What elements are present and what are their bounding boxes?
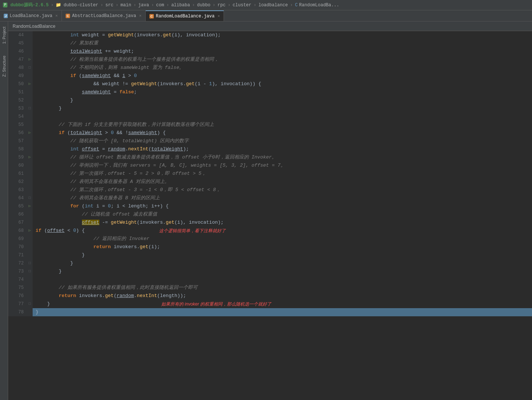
gutter-73: □: [27, 267, 33, 276]
breadcrumb-dubbo[interactable]: dubbo: [197, 3, 211, 8]
line-num-78: 78: [8, 308, 27, 316]
line-code-72: }: [33, 259, 532, 267]
code-container[interactable]: 44 int weight = getWeight(invokers.get(i…: [8, 31, 532, 400]
line-code-53: }: [33, 104, 532, 113]
line-num-62: 62: [8, 178, 27, 186]
line-code-63: // 第二次循环，offset - 3 = -1 < 0，即 5 < offse…: [33, 186, 532, 194]
line-row: 70 return invokers.get(i);: [8, 243, 532, 251]
line-row: 69 // 返回相应的 Invoker: [8, 235, 532, 243]
project-icon: P: [3, 3, 7, 7]
breadcrumb-src[interactable]: src: [105, 3, 113, 8]
line-code-65: for (int i = 0; i < length; i++) {: [33, 202, 532, 210]
line-num-68: 68: [8, 227, 27, 235]
tab-load-balance[interactable]: J LoadBalance.java ×: [0, 10, 62, 21]
breadcrumb-project[interactable]: dubbo源码-2.6.5: [10, 2, 49, 8]
gutter-62: [27, 178, 33, 186]
close-tab-random[interactable]: ×: [218, 14, 220, 19]
line-num-75: 75: [8, 284, 27, 292]
gutter-67: [27, 219, 33, 227]
line-num-46: 46: [8, 47, 27, 56]
line-code-58: int offset = random.nextInt(totalWeight)…: [33, 145, 532, 153]
gutter-53: □: [27, 104, 33, 113]
gutter-65[interactable]: ▷: [27, 202, 33, 210]
breadcrumb-java[interactable]: java: [138, 3, 149, 8]
file-header-text: RandomLoadBalance: [13, 24, 55, 29]
line-row: 49 if (sameWeight && i > 0: [8, 72, 532, 80]
line-row: 60 // 举例说明一下，我们有 servers = [A, B, C], we…: [8, 161, 532, 170]
line-num-64: 64: [8, 194, 27, 202]
line-code-67: offset -= getWeight(invokers.get(i), inv…: [33, 219, 532, 227]
annotation-line77: 如果所有的 invoker 的权重相同，那么随机选一个就好了: [161, 300, 271, 308]
gutter-51: [27, 88, 33, 96]
line-row: 76 return invokers.get(random.nextInt(le…: [8, 292, 532, 300]
line-num-47: 47: [8, 56, 27, 64]
breadcrumb-rpc[interactable]: rpc: [218, 3, 226, 8]
line-num-53: 53: [8, 104, 27, 113]
side-project-label[interactable]: 1: Project: [1, 24, 7, 46]
line-row: 68 ▷ if (offset < 0) { 这个逻辑很简单，看下注释就好了: [8, 227, 532, 235]
line-row: 50 ▷ && weight != getWeight(invokers.get…: [8, 80, 532, 88]
line-code-56: if (totalWeight > 0 && !sameWeight) {: [33, 129, 532, 137]
folder-icon-1: 📁: [56, 2, 61, 8]
line-num-55: 55: [8, 121, 27, 129]
line-num-51: 51: [8, 88, 27, 96]
line-num-61: 61: [8, 170, 27, 178]
line-row: 73 □ }: [8, 267, 532, 276]
line-row: 77 □ } 如果所有的 invoker 的权重相同，那么随机选一个就好了: [8, 300, 532, 308]
close-tab-abstract[interactable]: ×: [139, 14, 142, 18]
line-code-47: // 检测当前服务提供者的权重与上一个服务提供者的权重是否相同，: [33, 56, 532, 64]
gutter-58: [27, 145, 33, 153]
line-row: 72 □ }: [8, 259, 532, 267]
line-row: 63 // 第二次循环，offset - 3 = -1 < 0，即 5 < of…: [8, 186, 532, 194]
line-num-66: 66: [8, 210, 27, 219]
line-row: 62 // 表明其不会落在服务器 A 对应的区间上。: [8, 178, 532, 186]
gutter-61: [27, 170, 33, 178]
close-tab-load-balance[interactable]: ×: [55, 14, 58, 18]
breadcrumb-cluster[interactable]: cluster: [233, 3, 251, 8]
line-row: 64 □ // 表明其会落在服务器 B 对应的区间上: [8, 194, 532, 202]
breadcrumb-cluster[interactable]: dubbo-cluster: [63, 3, 98, 8]
breadcrumb-com[interactable]: com: [156, 3, 164, 8]
breadcrumb-loadbalance[interactable]: loadbalance: [258, 3, 288, 8]
breadcrumb-alibaba[interactable]: alibaba: [171, 3, 190, 8]
line-num-54: 54: [8, 113, 27, 121]
line-num-76: 76: [8, 292, 27, 300]
gutter-56[interactable]: ▷: [27, 129, 33, 137]
line-code-64: // 表明其会落在服务器 B 对应的区间上: [33, 194, 532, 202]
tab-abstract-load-balance[interactable]: C AbstractLoadBalance.java ×: [62, 10, 146, 21]
breadcrumb-main[interactable]: main: [120, 3, 131, 8]
gutter-59[interactable]: ▷: [27, 153, 33, 161]
line-code-51: sameWeight = false;: [33, 88, 532, 96]
gutter-46: [27, 47, 33, 56]
line-code-61: // 第一次循环，offset - 5 = 2 > 0，即 offset > 5…: [33, 170, 532, 178]
line-row: 58 int offset = random.nextInt(totalWeig…: [8, 145, 532, 153]
gutter-68[interactable]: ▷: [27, 227, 33, 235]
line-num-52: 52: [8, 96, 27, 104]
line-code-75: // 如果所有服务提供者权重值相同，此时直接随机返回一个即可: [33, 284, 532, 292]
line-row: 67 offset -= getWeight(invokers.get(i), …: [8, 219, 532, 227]
line-code-78: }: [33, 308, 532, 316]
tab-random-load-balance[interactable]: C RandomLoadBalance.java ×: [146, 10, 224, 21]
gutter-64: □: [27, 194, 33, 202]
line-code-70: return invokers.get(i);: [33, 243, 532, 251]
line-num-56: 56: [8, 129, 27, 137]
gutter-50[interactable]: ▷: [27, 80, 33, 88]
gutter-60: [27, 161, 33, 170]
tab-label-abstract: AbstractLoadBalance.java: [72, 13, 136, 19]
line-num-59: 59: [8, 153, 27, 161]
line-num-74: 74: [8, 276, 27, 284]
tab-label-random: RandomLoadBalance.java: [156, 14, 214, 19]
line-num-48: 48: [8, 64, 27, 72]
line-code-54: [33, 113, 532, 121]
side-structure-label[interactable]: Z: Structure: [1, 53, 7, 79]
gutter-47[interactable]: ▷: [27, 56, 33, 64]
line-code-48: // 不相同的话，则将 sameWeight 置为 false。: [33, 64, 532, 72]
tab-label-load-balance: LoadBalance.java: [10, 13, 52, 19]
java-icon: J: [4, 14, 8, 18]
code-lines: 44 int weight = getWeight(invokers.get(i…: [8, 31, 532, 400]
gutter-77: □: [27, 300, 33, 308]
breadcrumb-filename[interactable]: RandomLoadBa...: [299, 3, 339, 8]
line-row: 51 sameWeight = false;: [8, 88, 532, 96]
line-row: 59 ▷ // 循环让 offset 数减去服务提供者权重值，当 offset …: [8, 153, 532, 161]
line-code-73: }: [33, 267, 532, 276]
